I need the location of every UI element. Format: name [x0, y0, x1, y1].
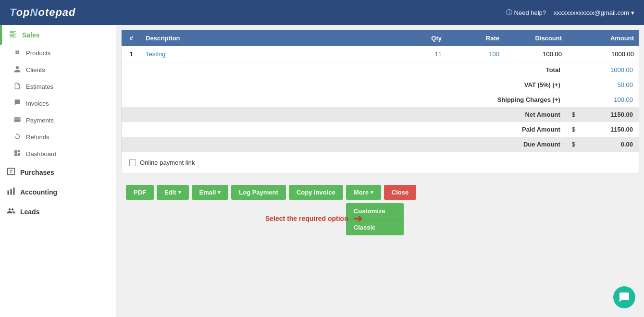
products-icon	[13, 49, 21, 58]
sidebar-item-refunds[interactable]: Refunds	[0, 129, 116, 146]
vat-value: 50.00	[581, 77, 639, 92]
sidebar-leads[interactable]: Leads	[0, 202, 116, 221]
dashboard-icon	[13, 149, 21, 158]
summary-vat-row: VAT (5%) (+) 50.00	[122, 77, 639, 92]
clients-icon	[13, 65, 21, 74]
sidebar: Sales Products Clients Estimates Invoice…	[0, 25, 116, 317]
summary-table: Total 1000.00 VAT (5%) (+) 50.00 Shippin…	[122, 62, 639, 152]
paid-currency: $	[566, 122, 581, 137]
log-payment-button[interactable]: Log Payment	[231, 185, 286, 200]
arrow-icon: ➜	[353, 212, 363, 225]
paid-value: 1150.00	[581, 122, 639, 137]
col-header-amount: Amount	[567, 30, 639, 46]
due-label: Due Amount	[122, 137, 566, 152]
summary-shipping-row: Shipping Charges (+) 100.00	[122, 92, 639, 107]
sidebar-invoices-label: Invoices	[26, 100, 49, 107]
leads-icon	[7, 207, 15, 217]
sidebar-item-payments[interactable]: Payments	[0, 112, 116, 129]
total-value: 1000.00	[581, 62, 639, 77]
svg-point-2	[17, 50, 19, 52]
svg-rect-6	[8, 191, 9, 195]
email-button[interactable]: Email	[192, 185, 229, 200]
summary-net-row: Net Amount $ 1150.00	[122, 107, 639, 122]
sidebar-accounting-label: Accounting	[20, 188, 57, 196]
payment-section: Online payment link	[122, 152, 639, 173]
chat-bubble[interactable]	[613, 286, 635, 308]
svg-point-1	[15, 52, 17, 54]
pdf-button[interactable]: PDF	[126, 185, 154, 200]
header-right: ⓘ Need help? xxxxxxxxxxxxx@gmail.com ▾	[506, 8, 634, 17]
more-container: More Customize Classic	[346, 185, 381, 200]
chevron-down-icon: ▾	[631, 9, 634, 16]
header: TopNotepad ⓘ Need help? xxxxxxxxxxxxx@gm…	[0, 0, 644, 25]
sidebar-payments-label: Payments	[26, 117, 54, 124]
sidebar-item-invoices[interactable]: Invoices	[0, 95, 116, 112]
refunds-icon	[13, 133, 21, 142]
help-icon: ⓘ	[506, 8, 512, 17]
purchases-icon	[7, 167, 15, 177]
col-header-num: #	[122, 30, 141, 46]
total-label: Total	[122, 62, 566, 77]
copy-invoice-button[interactable]: Copy Invoice	[289, 185, 343, 200]
row-num: 1	[122, 46, 141, 62]
sidebar-accounting[interactable]: Accounting	[0, 182, 116, 202]
sales-icon	[9, 30, 17, 40]
main-content: # Description Qty Rate Discount Amount 1…	[116, 25, 644, 317]
online-payment-text: Online payment link	[140, 159, 195, 166]
col-header-discount: Discount	[504, 30, 567, 46]
sidebar-clients-label: Clients	[26, 66, 45, 73]
net-value: 1150.00	[581, 107, 639, 122]
sidebar-products-label: Products	[26, 49, 50, 57]
svg-rect-8	[13, 188, 15, 195]
sidebar-item-clients[interactable]: Clients	[0, 61, 116, 78]
summary-total-row: Total 1000.00	[122, 62, 639, 77]
row-amount: 1000.00	[567, 46, 639, 62]
logo: TopNotepad	[10, 6, 76, 19]
invoice-card: # Description Qty Rate Discount Amount 1…	[121, 30, 639, 173]
sidebar-purchases[interactable]: Purchases	[0, 162, 116, 182]
online-payment-checkbox[interactable]	[129, 159, 136, 166]
net-currency: $	[566, 107, 581, 122]
sidebar-item-dashboard[interactable]: Dashboard	[0, 146, 116, 162]
col-header-rate: Rate	[446, 30, 504, 46]
sidebar-leads-label: Leads	[20, 208, 39, 216]
col-header-description: Description	[141, 30, 398, 46]
shipping-label: Shipping Charges (+)	[122, 92, 566, 107]
due-value: 0.00	[581, 137, 639, 152]
invoices-icon	[13, 99, 21, 108]
sidebar-item-products[interactable]: Products	[0, 45, 116, 61]
row-qty: 11	[398, 46, 446, 62]
action-bar: PDF Edit Email Log Payment Copy Invoice …	[121, 178, 639, 207]
sidebar-item-estimates[interactable]: Estimates	[0, 78, 116, 95]
col-header-qty: Qty	[398, 30, 446, 46]
user-email: xxxxxxxxxxxxx@gmail.com	[554, 9, 629, 16]
invoice-table: # Description Qty Rate Discount Amount 1…	[122, 30, 639, 62]
summary-paid-row: Paid Amount $ 1150.00	[122, 122, 639, 137]
shipping-value: 100.00	[581, 92, 639, 107]
net-label: Net Amount	[122, 107, 566, 122]
help-link[interactable]: ⓘ Need help?	[506, 8, 546, 17]
vat-label: VAT (5%) (+)	[122, 77, 566, 92]
sidebar-refunds-label: Refunds	[26, 134, 49, 141]
row-discount: 100.00	[504, 46, 567, 62]
row-description: Testing	[141, 46, 398, 62]
sidebar-dashboard-label: Dashboard	[26, 150, 57, 158]
annotation: Select the required option ➜	[265, 212, 363, 225]
sidebar-sales-label: Sales	[22, 31, 40, 39]
paid-label: Paid Amount	[122, 122, 566, 137]
edit-button[interactable]: Edit	[157, 185, 189, 200]
row-rate: 100	[446, 46, 504, 62]
estimates-icon	[13, 82, 21, 91]
sidebar-sales[interactable]: Sales	[0, 25, 116, 45]
table-row: 1 Testing 11 100 100.00 1000.00	[122, 46, 639, 62]
user-dropdown[interactable]: xxxxxxxxxxxxx@gmail.com ▾	[554, 9, 634, 16]
accounting-icon	[7, 187, 15, 197]
layout: Sales Products Clients Estimates Invoice…	[0, 25, 644, 317]
svg-point-3	[17, 52, 19, 54]
sidebar-purchases-label: Purchases	[20, 169, 54, 176]
close-button[interactable]: Close	[384, 185, 416, 200]
svg-rect-4	[14, 117, 20, 122]
more-button[interactable]: More	[346, 185, 381, 200]
svg-point-0	[15, 50, 17, 52]
online-payment-label[interactable]: Online payment link	[129, 159, 631, 166]
